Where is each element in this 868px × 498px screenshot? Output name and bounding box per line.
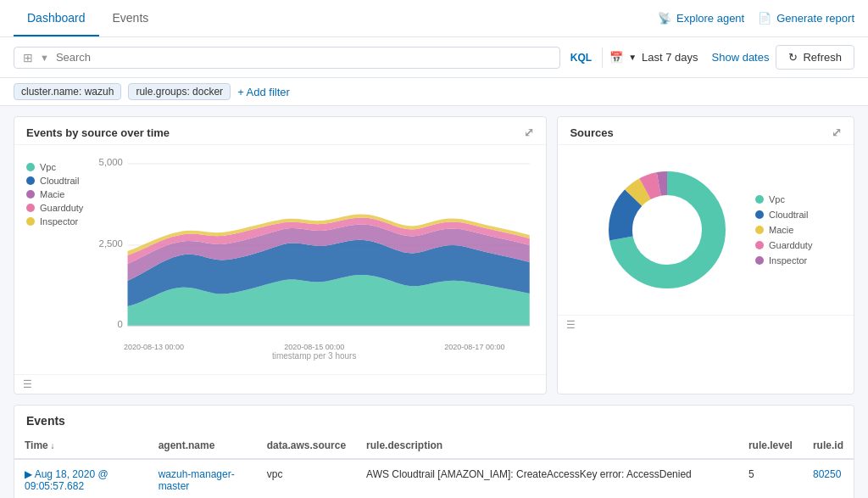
events-title: Events [14, 406, 854, 433]
main-content: Events by source over time ⤢ Vpc Cloudtr… [0, 106, 868, 498]
area-chart-legend: Vpc Cloudtrail Macie Guardduty [26, 154, 94, 366]
area-chart-svg: 5,000 2,500 0 [94, 154, 534, 340]
donut-legend-guardduty: Guardduty [755, 240, 812, 250]
tab-dashboard[interactable]: Dashboard [14, 0, 99, 36]
kql-toggle[interactable]: KQL [567, 52, 595, 64]
legend-dot-inspector [26, 217, 35, 226]
explore-icon: 📡 [658, 12, 671, 25]
cell-ruleid: 80250 [803, 459, 854, 498]
legend-cloudtrail: Cloudtrail [26, 176, 94, 186]
filters-bar: cluster.name: wazuh rule.groups: docker … [0, 78, 868, 106]
rule-id-link[interactable]: 80250 [813, 468, 841, 480]
svg-text:2,500: 2,500 [99, 239, 123, 249]
search-input[interactable] [56, 51, 551, 64]
calendar-icon: 📅 [609, 51, 623, 64]
donut-chart-title: Sources [570, 126, 613, 139]
filter-rule-groups[interactable]: rule.groups: docker [128, 83, 231, 100]
events-panel: Events Time agent.name data.aws.source r… [14, 405, 854, 498]
legend-guardduty: Guardduty [26, 203, 94, 213]
legend-dot-macie [755, 226, 764, 234]
donut-legend-cloudtrail: Cloudtrail [755, 210, 812, 220]
expand-icon[interactable]: ⤢ [524, 126, 534, 139]
show-dates-button[interactable]: Show dates [712, 51, 770, 64]
explore-agent-button[interactable]: 📡 Explore agent [658, 12, 744, 25]
legend-dot-guardduty [26, 204, 35, 212]
area-chart-header: Events by source over time ⤢ [14, 117, 546, 145]
divider [602, 48, 603, 68]
cell-agent: wazuh-manager-master [148, 459, 257, 498]
chart-table-icon[interactable]: ☰ [23, 378, 32, 390]
cell-source: vpc [257, 459, 356, 498]
time-picker[interactable]: 📅 ▼ Last 7 days [609, 51, 698, 64]
th-time[interactable]: Time [14, 433, 148, 459]
dropdown-icon: ▼ [628, 53, 637, 62]
top-navigation: Dashboard Events 📡 Explore agent 📄 Gener… [0, 0, 868, 37]
donut-legend: Vpc Cloudtrail Macie Guardduty [755, 194, 812, 266]
svg-text:0: 0 [118, 320, 123, 329]
cell-level: 5 [738, 459, 803, 498]
donut-chart-panel: Sources ⤢ [557, 116, 854, 394]
legend-dot-cloudtrail [26, 176, 35, 185]
svg-text:5,000: 5,000 [99, 158, 123, 167]
area-chart-title: Events by source over time [26, 126, 170, 139]
filter-icon: ⊞ [23, 51, 33, 64]
agent-link[interactable]: wazuh-manager-master [159, 468, 235, 492]
area-chart-svg-container: 5,000 2,500 0 [94, 154, 534, 366]
svg-point-12 [635, 198, 699, 262]
table-header-row: Time agent.name data.aws.source rule.des… [14, 433, 854, 459]
chart-x-label: timestamp per 3 hours [94, 351, 534, 366]
donut-legend-vpc: Vpc [755, 194, 812, 204]
generate-report-button[interactable]: 📄 Generate report [758, 12, 854, 25]
donut-chart-header: Sources ⤢ [558, 117, 854, 145]
donut-svg [599, 162, 735, 298]
area-chart-panel: Events by source over time ⤢ Vpc Cloudtr… [14, 116, 547, 394]
donut-table-icon[interactable]: ☰ [566, 319, 576, 331]
th-level: rule.level [738, 433, 803, 459]
nav-actions: 📡 Explore agent 📄 Generate report [658, 12, 854, 25]
legend-dot-guardduty [755, 241, 764, 249]
report-icon: 📄 [758, 12, 771, 25]
donut-chart-body: Vpc Cloudtrail Macie Guardduty [558, 145, 854, 315]
legend-dot-vpc [26, 163, 35, 171]
table-row: ▶ Aug 18, 2020 @ 09:05:57.682 wazuh-mana… [14, 459, 854, 498]
donut-legend-macie: Macie [755, 225, 812, 235]
search-area[interactable]: ⊞ ▼ [14, 47, 560, 69]
cell-time: ▶ Aug 18, 2020 @ 09:05:57.682 [14, 459, 148, 498]
filter-cluster[interactable]: cluster.name: wazuh [14, 83, 121, 100]
donut-chart-icon-row: ☰ [558, 315, 854, 334]
add-filter-button[interactable]: + Add filter [237, 86, 290, 98]
th-ruleid: rule.id [803, 433, 854, 459]
events-table: Time agent.name data.aws.source rule.des… [14, 433, 854, 498]
chart-icon-row: ☰ [14, 374, 546, 394]
cell-description: AWS Cloudtrail [AMAZON_IAM]: CreateAcces… [356, 459, 738, 498]
legend-dot-macie [26, 190, 35, 199]
legend-dot-vpc [755, 195, 764, 204]
tab-events[interactable]: Events [99, 0, 163, 36]
donut-legend-inspector: Inspector [755, 255, 812, 266]
area-chart-body: Vpc Cloudtrail Macie Guardduty [14, 145, 546, 374]
dropdown-icon: ▼ [40, 53, 49, 63]
legend-vpc: Vpc [26, 162, 94, 172]
x-axis-labels: 2020-08-13 00:00 2020-08-15 00:00 2020-0… [94, 343, 534, 351]
refresh-icon: ↻ [788, 51, 798, 64]
th-description: rule.description [356, 433, 738, 459]
th-agent: agent.name [148, 433, 257, 459]
legend-dot-cloudtrail [755, 210, 764, 219]
expand-icon[interactable]: ⤢ [832, 126, 842, 139]
nav-tabs: Dashboard Events [14, 0, 162, 36]
legend-inspector: Inspector [26, 216, 94, 227]
legend-dot-inspector [755, 256, 764, 265]
expand-arrow[interactable]: ▶ [25, 468, 32, 480]
legend-macie: Macie [26, 189, 94, 199]
refresh-button[interactable]: ↻ Refresh [776, 45, 854, 70]
toolbar: ⊞ ▼ KQL 📅 ▼ Last 7 days Show dates ↻ Ref… [0, 37, 868, 78]
th-source: data.aws.source [257, 433, 356, 459]
charts-row: Events by source over time ⤢ Vpc Cloudtr… [14, 116, 854, 394]
